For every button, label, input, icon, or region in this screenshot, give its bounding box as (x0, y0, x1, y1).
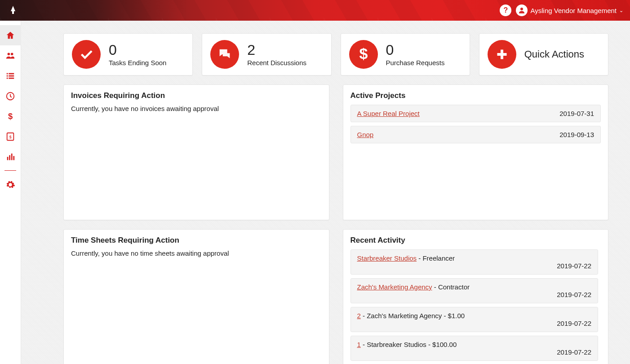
panel-activity: Recent Activity Starbreaker Studios - Fr… (343, 229, 609, 364)
card-quick-actions[interactable]: Quick Actions (479, 33, 608, 75)
svg-rect-6 (9, 75, 14, 76)
sidebar-separator (4, 170, 16, 171)
invoices-empty: Currently, you have no invoices awaiting… (71, 105, 322, 112)
svg-point-1 (8, 53, 10, 55)
sidebar-item-users[interactable] (0, 45, 21, 66)
svg-rect-8 (9, 77, 14, 79)
help-icon[interactable]: ? (500, 4, 511, 16)
timesheets-title: Time Sheets Requiring Action (71, 236, 322, 245)
svg-text:$: $ (359, 47, 368, 62)
tasks-count: 0 (109, 43, 166, 57)
sidebar-item-home[interactable] (0, 25, 21, 45)
main-content: 0 Tasks Ending Soon 2 Recent Discussions… (21, 21, 630, 364)
panel-timesheets: Time Sheets Requiring Action Currently, … (63, 229, 329, 364)
activity-link[interactable]: 2 (357, 312, 361, 320)
discussions-label: Recent Discussions (247, 59, 306, 67)
chat-icon (210, 40, 239, 69)
activity-link[interactable]: 1 (357, 341, 361, 348)
activity-suffix: - Zach's Marketing Agency - $1.00 (361, 312, 465, 320)
discussions-count: 2 (247, 43, 306, 57)
activity-row: 1 - Starbreaker Studios - $100.00 2019-0… (350, 336, 599, 361)
quick-actions-label: Quick Actions (524, 49, 584, 60)
svg-rect-16 (13, 156, 14, 160)
card-requests[interactable]: $ 0 Purchase Requests (341, 33, 470, 75)
svg-point-0 (520, 8, 523, 10)
card-discussions[interactable]: 2 Recent Discussions (202, 33, 331, 75)
svg-rect-15 (11, 153, 13, 160)
svg-text:$: $ (8, 111, 13, 121)
plus-icon (488, 40, 516, 69)
sidebar-item-list[interactable] (0, 66, 21, 86)
project-date: 2019-07-31 (559, 110, 594, 117)
activity-date: 2019-07-22 (357, 291, 592, 298)
requests-label: Purchase Requests (386, 59, 445, 67)
svg-rect-5 (7, 75, 8, 76)
activity-suffix: - Freelancer (417, 254, 455, 262)
invoices-title: Invoices Requiring Action (71, 91, 322, 100)
timesheets-empty: Currently, you have no time sheets await… (71, 249, 322, 257)
dollar-icon: $ (349, 40, 378, 69)
panel-invoices: Invoices Requiring Action Currently, you… (63, 84, 329, 220)
svg-rect-3 (7, 73, 8, 74)
activity-link[interactable]: Starbreaker Studios (357, 254, 417, 262)
project-row: Gnop 2019-09-13 (350, 126, 601, 143)
top-header: ? Aysling Vendor Management ⌄ (0, 0, 630, 21)
requests-count: 0 (386, 43, 445, 57)
sidebar-item-settings[interactable] (0, 174, 21, 195)
svg-rect-13 (7, 157, 9, 160)
check-icon (72, 40, 101, 69)
panel-projects: Active Projects A Super Real Project 201… (343, 84, 609, 220)
project-link[interactable]: Gnop (357, 131, 374, 138)
sidebar: $ $ (0, 21, 21, 364)
avatar-icon (516, 4, 528, 16)
activity-row: 2 - Zach's Marketing Agency - $1.00 2019… (350, 307, 599, 332)
activity-date: 2019-07-22 (357, 262, 592, 270)
activity-date: 2019-07-22 (357, 348, 592, 356)
svg-rect-7 (7, 77, 8, 79)
activity-row: Starbreaker Studios - Freelancer 2019-07… (350, 249, 599, 275)
tasks-label: Tasks Ending Soon (109, 59, 166, 67)
projects-title: Active Projects (350, 91, 601, 100)
user-name: Aysling Vendor Management (530, 7, 617, 14)
activity-date: 2019-07-22 (357, 320, 592, 327)
activity-suffix: - Contractor (432, 283, 470, 291)
chevron-down-icon: ⌄ (619, 8, 623, 13)
svg-rect-14 (9, 155, 10, 160)
project-row: A Super Real Project 2019-07-31 (350, 105, 601, 122)
sidebar-item-dollar[interactable]: $ (0, 106, 21, 126)
svg-point-2 (11, 53, 13, 55)
sidebar-item-chart[interactable] (0, 146, 21, 167)
activity-scroll[interactable]: Starbreaker Studios - Freelancer 2019-07… (350, 249, 601, 362)
app-logo[interactable] (7, 4, 19, 17)
sidebar-item-clock[interactable] (0, 86, 21, 106)
sidebar-item-invoice[interactable]: $ (0, 126, 21, 146)
user-menu[interactable]: Aysling Vendor Management ⌄ (516, 4, 623, 16)
svg-rect-4 (9, 73, 14, 74)
svg-text:$: $ (9, 134, 11, 139)
project-link[interactable]: A Super Real Project (357, 110, 420, 117)
activity-link[interactable]: Zach's Marketing Agency (357, 283, 432, 291)
activity-suffix: - Starbreaker Studios - $100.00 (361, 341, 457, 348)
card-tasks-ending[interactable]: 0 Tasks Ending Soon (63, 33, 193, 75)
activity-row: Zach's Marketing Agency - Contractor 201… (350, 278, 599, 303)
activity-title: Recent Activity (350, 236, 601, 245)
project-date: 2019-09-13 (559, 131, 594, 138)
